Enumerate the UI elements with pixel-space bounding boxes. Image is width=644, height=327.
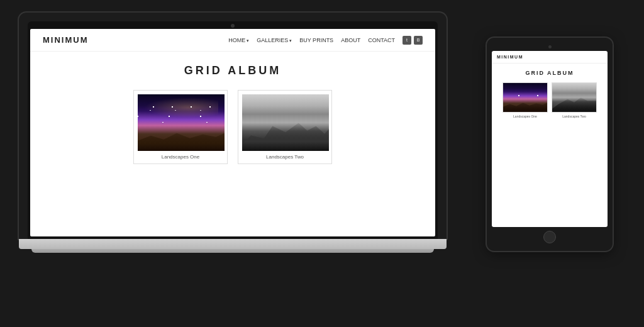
tablet-stars-overlay <box>503 83 547 97</box>
tablet-gallery-caption-2: Landscapes Two <box>552 114 597 118</box>
nav-contact[interactable]: CONTACT <box>368 37 395 43</box>
laptop-page-title: GRID ALBUM <box>43 64 423 77</box>
laptop-device: MINIMUM HOME GALLERIES BUY PRINTS ABOUT … <box>19 13 447 253</box>
tablet-gallery-item-2[interactable]: Landscapes Two <box>552 82 597 118</box>
laptop-bezel: MINIMUM HOME GALLERIES BUY PRINTS ABOUT … <box>28 21 438 239</box>
nav-social-icons: t B <box>402 36 423 45</box>
gallery-img-2 <box>242 94 329 151</box>
nav-buy-prints[interactable]: BUY PRINTS <box>299 37 333 43</box>
gallery-caption-2: Landscapes Two <box>238 154 331 160</box>
gallery-item-2[interactable]: Landscapes Two <box>238 90 332 164</box>
laptop-site-nav: MINIMUM HOME GALLERIES BUY PRINTS ABOUT … <box>30 29 435 52</box>
tablet-gallery-caption-1: Landscapes One <box>502 114 548 118</box>
laptop-screen: MINIMUM HOME GALLERIES BUY PRINTS ABOUT … <box>30 29 435 236</box>
tablet-site-main: GRID ALBUM Landscapes One Landscapes Two <box>492 64 608 125</box>
tablet-site-nav: MINIMUM <box>492 51 608 64</box>
tablet-outer: MINIMUM GRID ALBUM Landscapes One <box>487 38 613 251</box>
tablet-site-logo: MINIMUM <box>497 55 602 59</box>
gallery-item-1[interactable]: Landscapes One <box>133 90 228 164</box>
nav-home[interactable]: HOME <box>228 37 249 43</box>
behance-icon[interactable]: B <box>414 36 423 45</box>
tablet-gallery-item-1[interactable]: Landscapes One <box>502 82 548 118</box>
tablet-grid-gallery: Landscapes One Landscapes Two <box>497 82 602 118</box>
laptop-screen-outer: MINIMUM HOME GALLERIES BUY PRINTS ABOUT … <box>19 13 447 239</box>
laptop-grid-gallery: Landscapes One Landscapes Two <box>43 90 423 164</box>
tablet-page-title: GRID ALBUM <box>497 70 602 76</box>
tablet-home-button[interactable] <box>543 231 556 243</box>
tablet-screen: MINIMUM GRID ALBUM Landscapes One <box>492 51 608 227</box>
laptop-nav-links: HOME GALLERIES BUY PRINTS ABOUT CONTACT … <box>228 36 423 45</box>
stars-overlay <box>138 94 225 123</box>
tablet-gallery-img-1 <box>502 82 548 113</box>
tablet-gallery-img-2 <box>552 82 597 113</box>
nav-galleries[interactable]: GALLERIES <box>257 37 292 43</box>
laptop-camera <box>231 24 235 28</box>
nav-about[interactable]: ABOUT <box>341 37 360 43</box>
tablet-device: MINIMUM GRID ALBUM Landscapes One <box>487 38 613 251</box>
scene: MINIMUM HOME GALLERIES BUY PRINTS ABOUT … <box>0 0 644 327</box>
twitter-icon[interactable]: t <box>402 36 411 45</box>
tablet-camera <box>548 45 552 48</box>
laptop-base <box>19 239 447 249</box>
laptop-site-main: GRID ALBUM Landscapes One <box>30 52 435 177</box>
laptop-foot <box>31 249 434 253</box>
gallery-img-1 <box>138 94 225 151</box>
gallery-caption-1: Landscapes One <box>134 154 227 160</box>
laptop-site-logo: MINIMUM <box>43 35 89 45</box>
